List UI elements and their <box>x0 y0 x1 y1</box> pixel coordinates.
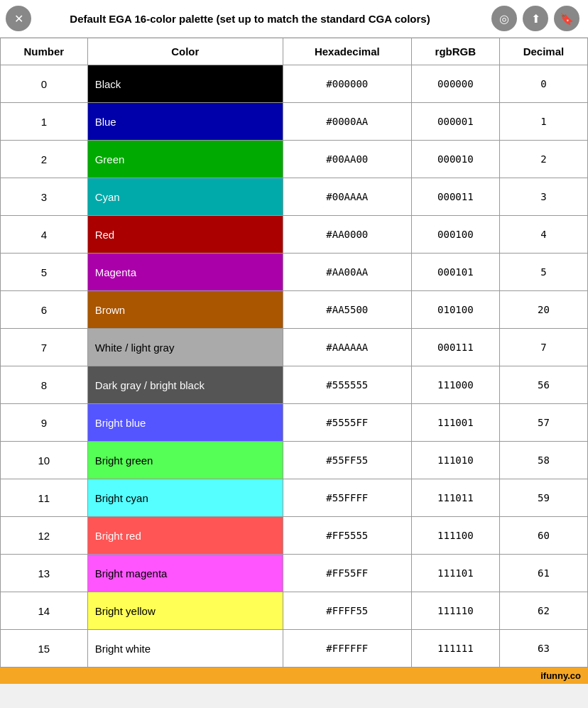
table-row: 4Red#AA00000001004 <box>1 216 588 254</box>
decimal-cell: 3 <box>499 178 587 216</box>
hex-cell: #00AA00 <box>283 141 411 178</box>
hex-cell: #000000 <box>283 65 411 103</box>
rgb-cell: 111110 <box>411 592 499 630</box>
rgb-cell: 000001 <box>411 103 499 141</box>
color-swatch: Bright cyan <box>88 479 283 516</box>
decimal-cell: 59 <box>499 479 587 517</box>
color-table: Number Color Hexadecimal rgbRGB Decimal … <box>0 38 588 668</box>
rgb-cell: 111010 <box>411 442 499 479</box>
color-cell: Magenta <box>87 254 283 291</box>
table-row: 2Green#00AA000000102 <box>1 141 588 178</box>
number-cell: 7 <box>1 329 88 366</box>
rgb-cell: 000100 <box>411 216 499 254</box>
color-swatch: Bright yellow <box>88 592 283 629</box>
hex-cell: #55FF55 <box>283 442 411 479</box>
color-swatch: Red <box>88 216 283 253</box>
table-row: 11Bright cyan#55FFFF11101159 <box>1 479 588 517</box>
rgb-cell: 010100 <box>411 291 499 329</box>
top-bar: ✕ Default EGA 16-color palette (set up t… <box>0 0 588 38</box>
hex-cell: #55FFFF <box>283 479 411 517</box>
decimal-cell: 1 <box>499 103 587 141</box>
decimal-cell: 2 <box>499 141 587 178</box>
page-wrapper: ✕ Default EGA 16-color palette (set up t… <box>0 0 588 684</box>
footer-bar: ifunny.co <box>0 668 588 684</box>
color-swatch: Dark gray / bright black <box>88 366 283 403</box>
number-cell: 9 <box>1 404 88 442</box>
share-button[interactable]: ◎ <box>491 6 517 31</box>
table-row: 12Bright red#FF555511110060 <box>1 517 588 555</box>
color-cell: Brown <box>87 291 283 329</box>
color-swatch: Bright red <box>88 517 283 554</box>
color-swatch: Blue <box>88 103 283 140</box>
color-cell: Blue <box>87 103 283 141</box>
table-row: 0Black#0000000000000 <box>1 65 588 103</box>
color-cell: Bright magenta <box>87 555 283 592</box>
table-row: 8Dark gray / bright black#55555511100056 <box>1 366 588 404</box>
page-title: Default EGA 16-color palette (set up to … <box>9 11 491 26</box>
color-cell: Black <box>87 65 283 103</box>
number-cell: 5 <box>1 254 88 291</box>
download-button[interactable]: ⬆ <box>523 6 548 31</box>
number-cell: 15 <box>1 630 88 668</box>
decimal-cell: 62 <box>499 592 587 630</box>
rgb-cell: 111111 <box>411 630 499 668</box>
rgb-cell: 111100 <box>411 517 499 555</box>
rgb-cell: 111101 <box>411 555 499 592</box>
watermark: ifunny.co <box>540 670 581 681</box>
number-cell: 1 <box>1 103 88 141</box>
number-cell: 10 <box>1 442 88 479</box>
color-cell: Bright green <box>87 442 283 479</box>
number-cell: 13 <box>1 555 88 592</box>
color-cell: Bright cyan <box>87 479 283 517</box>
rgb-cell: 111001 <box>411 404 499 442</box>
decimal-cell: 56 <box>499 366 587 404</box>
color-swatch: Bright white <box>88 630 283 667</box>
rgb-cell: 000101 <box>411 254 499 291</box>
close-button[interactable]: ✕ <box>6 6 31 31</box>
color-cell: White / light gray <box>87 329 283 366</box>
color-cell: Red <box>87 216 283 254</box>
decimal-cell: 5 <box>499 254 587 291</box>
hex-cell: #AA00AA <box>283 254 411 291</box>
number-cell: 14 <box>1 592 88 630</box>
color-swatch: Bright green <box>88 442 283 479</box>
number-cell: 2 <box>1 141 88 178</box>
hex-cell: #5555FF <box>283 404 411 442</box>
hex-cell: #00AAAA <box>283 178 411 216</box>
decimal-cell: 61 <box>499 555 587 592</box>
decimal-cell: 4 <box>499 216 587 254</box>
hex-cell: #AA0000 <box>283 216 411 254</box>
decimal-cell: 58 <box>499 442 587 479</box>
color-cell: Dark gray / bright black <box>87 366 283 404</box>
rgb-cell: 000111 <box>411 329 499 366</box>
hex-cell: #FF55FF <box>283 555 411 592</box>
number-cell: 3 <box>1 178 88 216</box>
col-header-number: Number <box>1 38 88 65</box>
color-cell: Green <box>87 141 283 178</box>
number-cell: 12 <box>1 517 88 555</box>
color-swatch: Brown <box>88 291 283 328</box>
table-row: 14Bright yellow#FFFF5511111062 <box>1 592 588 630</box>
number-cell: 6 <box>1 291 88 329</box>
table-row: 1Blue#0000AA0000011 <box>1 103 588 141</box>
decimal-cell: 20 <box>499 291 587 329</box>
decimal-cell: 57 <box>499 404 587 442</box>
rgb-cell: 000011 <box>411 178 499 216</box>
color-swatch: Black <box>88 65 283 102</box>
color-swatch: Green <box>88 141 283 178</box>
table-row: 3Cyan#00AAAA0000113 <box>1 178 588 216</box>
hex-cell: #AA5500 <box>283 291 411 329</box>
number-cell: 11 <box>1 479 88 517</box>
col-header-color: Color <box>87 38 283 65</box>
hex-cell: #FF5555 <box>283 517 411 555</box>
color-swatch: Bright blue <box>88 404 283 441</box>
table-row: 7White / light gray#AAAAAA0001117 <box>1 329 588 366</box>
color-swatch: White / light gray <box>88 329 283 366</box>
bookmark-button[interactable]: 🔖 <box>554 6 579 31</box>
table-row: 5Magenta#AA00AA0001015 <box>1 254 588 291</box>
number-cell: 0 <box>1 65 88 103</box>
number-cell: 8 <box>1 366 88 404</box>
decimal-cell: 7 <box>499 329 587 366</box>
col-header-hex: Hexadecimal <box>283 38 411 65</box>
col-header-rgb: rgbRGB <box>411 38 499 65</box>
